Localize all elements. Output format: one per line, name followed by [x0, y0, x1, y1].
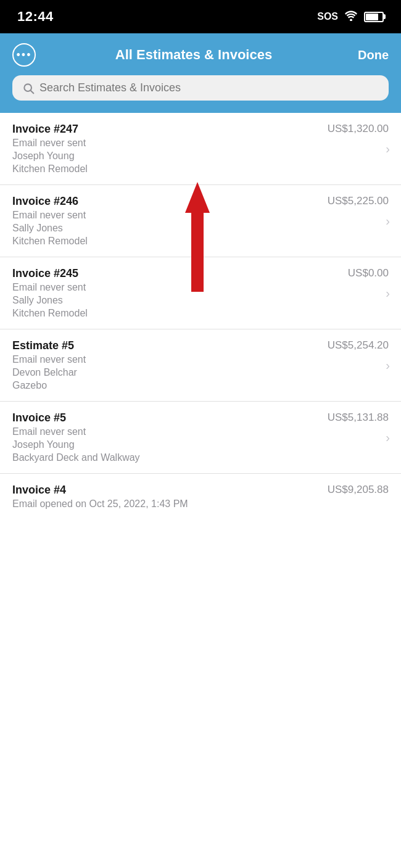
item-title: Invoice #245: [12, 267, 78, 280]
svg-point-0: [350, 19, 352, 21]
search-bar[interactable]: [12, 75, 389, 101]
page-title: All Estimates & Invoices: [36, 47, 352, 63]
list-item[interactable]: Invoice #246 US$5,225.00 Email never sen…: [0, 185, 401, 257]
item-status: Email never sent: [12, 210, 389, 221]
item-project: Kitchen Remodel: [12, 308, 389, 319]
item-amount: US$9,205.88: [328, 484, 389, 496]
sos-icon: SOS: [317, 11, 338, 22]
item-status: Email never sent: [12, 138, 389, 149]
item-project: Gazebo: [12, 380, 389, 391]
item-project: Kitchen Remodel: [12, 236, 389, 247]
list-item[interactable]: Estimate #5 US$5,254.20 Email never sent…: [0, 329, 401, 402]
list-item[interactable]: Invoice #5 US$5,131.88 Email never sent …: [0, 402, 401, 474]
item-client: Sally Jones: [12, 295, 389, 306]
item-title: Estimate #5: [12, 339, 74, 352]
item-title: Invoice #5: [12, 411, 66, 424]
item-client: Joseph Young: [12, 151, 389, 162]
chevron-right-icon: ›: [386, 142, 390, 156]
status-time: 12:44: [17, 9, 54, 25]
wifi-icon: [344, 10, 358, 24]
item-amount: US$1,320.00: [328, 123, 389, 135]
chevron-right-icon: ›: [386, 286, 390, 300]
item-client: Devon Belchar: [12, 367, 389, 378]
item-amount: US$5,131.88: [328, 411, 389, 424]
chevron-right-icon: ›: [386, 358, 390, 373]
item-client: Sally Jones: [12, 223, 389, 234]
item-amount: US$5,254.20: [328, 339, 389, 352]
done-button[interactable]: Done: [352, 48, 389, 62]
battery-icon: [364, 12, 384, 22]
item-status: Email never sent: [12, 426, 389, 437]
item-status: Email never sent: [12, 282, 389, 293]
item-client: Joseph Young: [12, 439, 389, 450]
search-icon: [22, 82, 35, 94]
item-status: Email never sent: [12, 354, 389, 365]
item-title: Invoice #4: [12, 484, 66, 497]
search-input[interactable]: [39, 81, 379, 94]
invoice-list: Invoice #247 US$1,320.00 Email never sen…: [0, 113, 401, 519]
item-project: Kitchen Remodel: [12, 163, 389, 175]
status-icons: SOS: [317, 10, 384, 24]
svg-line-2: [31, 91, 33, 93]
status-bar: 12:44 SOS: [0, 0, 401, 33]
list-item[interactable]: Invoice #4 US$9,205.88 Email opened on O…: [0, 474, 401, 519]
item-amount: US$5,225.00: [328, 195, 389, 207]
more-button[interactable]: •••: [12, 43, 36, 67]
chevron-right-icon: ›: [386, 214, 390, 228]
item-project: Backyard Deck and Walkway: [12, 452, 389, 463]
list-item[interactable]: Invoice #245 US$0.00 Email never sent Sa…: [0, 257, 401, 329]
list-item[interactable]: Invoice #247 US$1,320.00 Email never sen…: [0, 113, 401, 185]
item-title: Invoice #247: [12, 123, 78, 136]
item-status: Email opened on Oct 25, 2022, 1:43 PM: [12, 498, 321, 510]
svg-point-1: [24, 84, 31, 91]
chevron-right-icon: ›: [386, 431, 390, 445]
item-amount: US$0.00: [348, 267, 389, 279]
header: ••• All Estimates & Invoices Done: [0, 33, 401, 113]
item-title: Invoice #246: [12, 195, 78, 208]
